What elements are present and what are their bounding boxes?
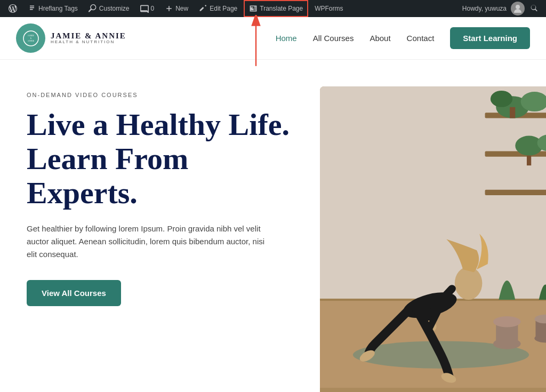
wpforms-label: WPForms (315, 5, 343, 12)
hreflang-label: Hreflang Tags (38, 5, 78, 12)
edit-page-button[interactable]: Edit Page (195, 0, 242, 17)
hero-text: ON-DEMAND VIDEO COURSES Live a Healthy L… (27, 86, 304, 392)
svg-text:JAMIE: JAMIE (28, 34, 34, 37)
view-all-courses-button[interactable]: View All Courses (27, 280, 121, 306)
translate-page-label: Translate Page (260, 5, 303, 12)
hreflang-tags-button[interactable]: Hreflang Tags (23, 0, 82, 17)
start-learning-button[interactable]: Start Learning (450, 27, 530, 49)
comments-count: 0 (151, 5, 155, 12)
translate-page-button[interactable]: Translate Page (244, 0, 308, 17)
hero-section: ON-DEMAND VIDEO COURSES Live a Healthy L… (0, 60, 546, 392)
svg-rect-35 (320, 388, 546, 392)
new-button[interactable]: New (160, 0, 192, 17)
hero-heading: Live a Healthy Life. Learn From Experts. (27, 108, 304, 210)
nav-courses[interactable]: All Courses (313, 34, 354, 43)
hero-image (320, 86, 546, 392)
edit-page-label: Edit Page (210, 5, 237, 12)
wpforms-button[interactable]: WPForms (310, 0, 347, 17)
svg-rect-20 (510, 107, 515, 118)
svg-point-26 (493, 316, 521, 327)
comments-button[interactable]: 0 (136, 0, 159, 17)
yoga-photo (320, 86, 546, 392)
site-header: JAMIE & ANNIE JAMIE & ANNIE HEALTH & NUT… (0, 17, 546, 60)
svg-point-19 (491, 91, 512, 107)
svg-point-31 (455, 267, 483, 300)
nav-about[interactable]: About (370, 34, 390, 43)
wp-admin-bar: Hreflang Tags Customize 0 New Edit Page … (0, 0, 546, 17)
site-logo[interactable]: JAMIE & ANNIE JAMIE & ANNIE HEALTH & NUT… (16, 23, 126, 53)
site-nav: Home All Courses About Contact Start Lea… (276, 27, 530, 49)
svg-text:ANNIE: ANNIE (27, 39, 34, 42)
customize-label: Customize (99, 5, 130, 12)
logo-text: JAMIE & ANNIE HEALTH & NUTRITION (51, 31, 126, 45)
nav-home[interactable]: Home (276, 34, 297, 43)
svg-rect-16 (485, 190, 546, 195)
logo-circle: JAMIE & ANNIE (16, 23, 45, 53)
hero-label: ON-DEMAND VIDEO COURSES (27, 92, 304, 98)
search-button[interactable] (527, 0, 542, 17)
admin-avatar[interactable] (511, 2, 525, 15)
svg-point-0 (516, 5, 520, 9)
wp-logo-button[interactable] (4, 0, 21, 17)
logo-sub: HEALTH & NUTRITION (51, 40, 126, 45)
new-label: New (175, 5, 188, 12)
admin-bar-right: Howdy, yuwuza (462, 0, 542, 17)
howdy-text: Howdy, yuwuza (462, 5, 507, 12)
logo-name: JAMIE & ANNIE (51, 31, 126, 41)
customize-button[interactable]: Customize (84, 0, 134, 17)
hero-description: Get healthier by following lorem Ipsum. … (27, 222, 272, 261)
svg-rect-23 (527, 156, 531, 166)
nav-contact[interactable]: Contact (407, 34, 435, 43)
